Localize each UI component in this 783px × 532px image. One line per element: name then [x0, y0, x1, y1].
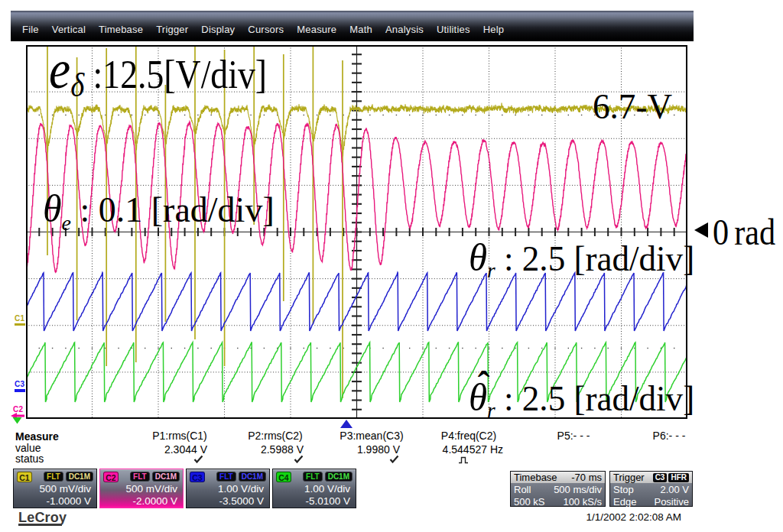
marker-dash-c1 — [15, 323, 25, 326]
measure-status-check-icon — [294, 455, 304, 466]
annotation-zero-rad: 0 rad — [713, 214, 775, 251]
annotation-level-6-7-v: 6.7-V — [593, 89, 672, 125]
datetime-label: 1/1/2002 2:02:08 AM — [586, 511, 681, 523]
menu-item-trigger[interactable]: Trigger — [156, 24, 188, 35]
channel-chip-c4: C4 — [276, 472, 291, 482]
zero-rad-arrow-icon — [694, 222, 708, 238]
measure-param-value: 4.544527 Hz — [388, 443, 503, 456]
channel-box-c2[interactable]: C2FLTDC1M500 mV/div-2.0000 V — [99, 469, 184, 508]
menu-item-help[interactable]: Help — [483, 24, 505, 35]
menu-bar: FileVerticalTimebaseTriggerDisplayCursor… — [11, 11, 694, 41]
channel-chip-c3: C3 — [190, 472, 205, 482]
menu-item-display[interactable]: Display — [201, 24, 235, 35]
trigger-source-badge-hfr: HFR — [668, 473, 689, 482]
timebase-box[interactable]: Timebase-70 ms Roll500 ms/div500 kS100 k… — [510, 471, 606, 507]
trigger-row-0: Stop2.00 V — [610, 483, 692, 495]
e-delta-var: e — [49, 39, 70, 100]
menu-item-file[interactable]: File — [22, 24, 39, 35]
menu-item-vertical[interactable]: Vertical — [52, 24, 86, 35]
theta-e-sub: e — [62, 211, 71, 235]
measure-status-check-icon — [389, 455, 399, 466]
trigger-row-1-key: Edge — [613, 496, 636, 508]
menu-item-math[interactable]: Math — [349, 24, 372, 35]
annotation-theta-e-scale: θe : 0.1 [rad/div] — [43, 190, 275, 234]
timebase-row-1-key: 500 kS — [514, 496, 544, 508]
channel-chip-c2: C2 — [103, 472, 119, 482]
channel-offset-c3: -3.5000 V — [219, 495, 264, 507]
annotation-e-delta-scale: eδ :12.5[V/div] — [49, 42, 297, 102]
theta-e-rest: : 0.1 [rad/div] — [71, 190, 275, 229]
channel-box-c4[interactable]: C4FLTDC1M1.00 V/div-5.0100 V — [272, 469, 356, 508]
trigger-title: Trigger — [613, 472, 645, 483]
measure-param-label[interactable]: P6:- - - — [612, 430, 726, 442]
timebase-delay: -70 ms — [571, 472, 602, 483]
theta-r-rest: : 2.5 [rad/div] — [495, 239, 694, 278]
badge-dc1m-c4: DC1M — [325, 472, 353, 482]
timebase-row-1: 500 kS100 kS/s — [511, 495, 605, 508]
badge-flt-c1: FLT — [44, 472, 63, 482]
menu-item-utilities[interactable]: Utilities — [437, 24, 470, 35]
channel-scale-c1: 500 mV/div — [39, 483, 91, 495]
measure-param-value: 1.9980 V — [285, 443, 400, 456]
channel-chip-c1: C1 — [17, 472, 32, 482]
menu-item-timebase[interactable]: Timebase — [99, 24, 143, 35]
channel-scale-c4: 1.00 V/div — [304, 483, 350, 495]
trigger-row-1-value: Positive — [654, 496, 689, 508]
theta-e-var: θ — [43, 187, 62, 230]
timebase-row-0-value: 500 ms/div — [554, 484, 602, 495]
badge-dc1m-c2: DC1M — [152, 472, 180, 482]
timebase-row-0-key: Roll — [514, 484, 531, 495]
measure-status-pulse-icon — [458, 456, 469, 466]
menu-item-analysis[interactable]: Analysis — [385, 24, 424, 35]
trigger-time-marker[interactable] — [340, 420, 353, 428]
status-row-header: status — [15, 453, 44, 465]
channel-scale-c3: 1.00 V/div — [218, 483, 264, 495]
trigger-row-1: EdgePositive — [610, 495, 692, 508]
timebase-title: Timebase — [514, 472, 557, 483]
annotation-theta-r-scale: θr : 2.5 [rad/div] — [469, 238, 699, 281]
theta-r-hat-accent: ˆ — [478, 367, 490, 404]
timebase-row-0: Roll500 ms/div — [511, 483, 605, 495]
timebase-row-1-value: 100 kS/s — [563, 496, 602, 508]
trigger-row-0-value: 2.00 V — [660, 484, 689, 495]
marker-label-c3: C3 — [15, 380, 24, 388]
measure-row-header: Measure — [15, 430, 59, 443]
theta-r-hat-rest: : 2.5 [rad/div] — [495, 379, 694, 418]
e-delta-sub: δ — [70, 66, 84, 104]
channel-box-c1[interactable]: C1FLTDC1M500 mV/div-1.0000 V — [13, 469, 97, 508]
channel-offset-c4: -5.0100 V — [305, 495, 350, 507]
badge-flt-c3: FLT — [216, 472, 236, 482]
channel-box-c3[interactable]: C3FLTDC1M1.00 V/div-3.5000 V — [186, 469, 270, 508]
trigger-box[interactable]: TriggerC3HFR Stop2.00 VEdgePositive — [609, 471, 693, 507]
theta-r-var: θ — [469, 236, 487, 279]
trigger-row-0-key: Stop — [613, 484, 634, 495]
channel-scale-c2: 500 mV/div — [125, 483, 177, 495]
menu-item-measure[interactable]: Measure — [297, 24, 336, 35]
channel-offset-c2: -2.0000 V — [132, 495, 177, 507]
lecroy-logo-underline — [18, 524, 62, 526]
annotation-theta-r-hat-scale: θ ˆ r : 2.5 [rad/div] — [469, 378, 699, 421]
trigger-source-badge-c3: C3 — [653, 473, 668, 482]
channel-offset-c1: -1.0000 V — [46, 495, 91, 507]
marker-arrow-c4 — [12, 417, 22, 424]
e-delta-rest: :12.5[V/div] — [84, 53, 267, 96]
marker-label-c1: C1 — [15, 314, 24, 323]
badge-dc1m-c3: DC1M — [239, 472, 266, 482]
badge-flt-c2: FLT — [130, 472, 150, 482]
badge-flt-c4: FLT — [303, 472, 323, 482]
badge-dc1m-c1: DC1M — [66, 472, 93, 482]
measure-param-label[interactable]: P4:freq(C2) — [411, 430, 526, 442]
menu-item-cursors[interactable]: Cursors — [248, 24, 284, 35]
measure-status-check-icon — [193, 455, 203, 466]
marker-dash-c3 — [15, 389, 25, 392]
theta-r-sub: r — [487, 258, 495, 282]
